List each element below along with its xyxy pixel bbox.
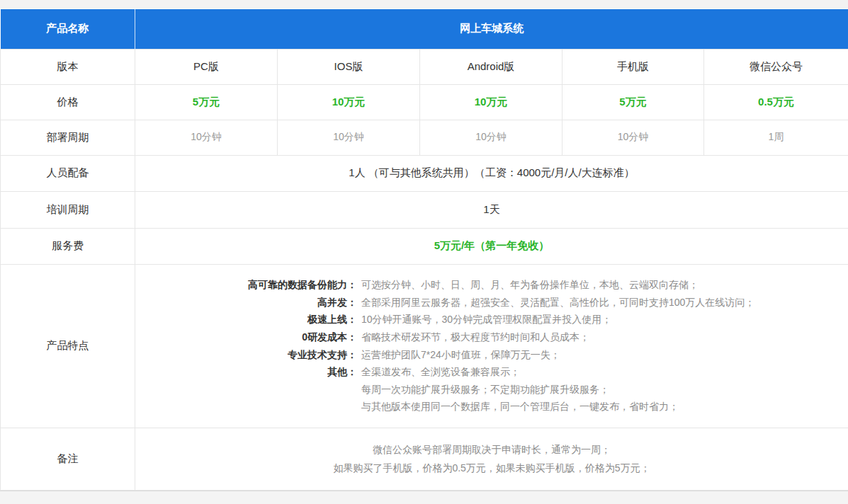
price-row: 价格 5万元 10万元 10万元 5万元 0.5万元 <box>1 84 848 120</box>
table-header-row: 产品名称 网上车城系统 <box>1 9 848 49</box>
feature-label: 其他： <box>142 363 357 381</box>
top-margin-strip <box>0 0 848 9</box>
feature-line: 极速上线： 10分钟开通账号，30分钟完成管理权限配置并投入使用； <box>142 311 841 328</box>
training-row-label: 培训周期 <box>1 191 135 228</box>
version-cell-ios: IOS版 <box>278 49 420 84</box>
notes-row-label: 备注 <box>1 428 135 490</box>
deploy-cell-mobile: 10分钟 <box>562 120 704 155</box>
staffing-row-label: 人员配备 <box>1 155 135 191</box>
feature-label <box>142 398 357 416</box>
feature-text: 省略技术研发环节，极大程度节约时间和人员成本； <box>357 328 841 346</box>
feature-line: 高并发： 全部采用阿里云服务器，超强安全、灵活配置、高性价比，可同时支持100万… <box>142 294 841 311</box>
feature-text: 全渠道发布、全浏览设备兼容展示； <box>357 363 841 381</box>
bottom-margin-strip <box>0 491 848 504</box>
price-cell-pc: 5万元 <box>135 84 278 120</box>
deploy-cell-pc: 10分钟 <box>135 120 278 155</box>
product-pricing-table: 产品名称 网上车城系统 版本 PC版 IOS版 Android版 手机版 微信公… <box>0 9 848 491</box>
notes-row: 备注 微信公众账号部署周期取决于申请时长，通常为一周； 如果购买了手机版，价格为… <box>1 428 848 490</box>
feature-text: 全部采用阿里云服务器，超强安全、灵活配置、高性价比，可同时支持100万人在线访问… <box>357 294 841 311</box>
feature-label: 0研发成本： <box>142 328 357 346</box>
version-row-label: 版本 <box>1 49 135 84</box>
price-cell-android: 10万元 <box>420 84 562 120</box>
feature-line: 高可靠的数据备份能力： 可选按分钟、小时、日、周、月、年为备份操作单位，本地、云… <box>142 276 841 294</box>
feature-text: 与其他版本使用同一个数据库，同一个管理后台，一键发布，省时省力； <box>357 398 841 416</box>
feature-label: 极速上线： <box>142 311 357 328</box>
product-name-header-label: 产品名称 <box>1 9 135 49</box>
service-fee-row: 服务费 5万元/年（第一年免收） <box>1 228 848 264</box>
feature-label: 专业技术支持： <box>142 346 357 364</box>
price-row-label: 价格 <box>1 84 135 120</box>
features-content-cell: 高可靠的数据备份能力： 可选按分钟、小时、日、周、月、年为备份操作单位，本地、云… <box>135 264 848 428</box>
features-list: 高可靠的数据备份能力： 可选按分钟、小时、日、周、月、年为备份操作单位，本地、云… <box>142 276 841 416</box>
feature-text: 每周一次功能扩展升级服务；不定期功能扩展升级服务； <box>357 381 841 399</box>
version-cell-android: Android版 <box>420 49 562 84</box>
feature-label: 高并发： <box>142 294 357 311</box>
training-value: 1天 <box>135 191 848 228</box>
pricing-page: 产品名称 网上车城系统 版本 PC版 IOS版 Android版 手机版 微信公… <box>0 0 848 504</box>
training-cycle-row: 培训周期 1天 <box>1 191 848 228</box>
feature-line: 每周一次功能扩展升级服务；不定期功能扩展升级服务； <box>142 381 841 399</box>
feature-line: 专业技术支持： 运营维护团队7*24小时值班，保障万无一失； <box>142 346 841 364</box>
version-cell-wechat: 微信公众号 <box>704 49 848 84</box>
feature-text: 10分钟开通账号，30分钟完成管理权限配置并投入使用； <box>357 311 841 328</box>
feature-label: 高可靠的数据备份能力： <box>142 276 357 294</box>
feature-line: 0研发成本： 省略技术研发环节，极大程度节约时间和人员成本； <box>142 328 841 346</box>
service-fee-row-label: 服务费 <box>1 228 135 264</box>
version-cell-pc: PC版 <box>135 49 278 84</box>
note-line: 微信公众账号部署周期取决于申请时长，通常为一周； <box>135 440 848 459</box>
staffing-value: 1人 （可与其他系统共用）（工资：4000元/月/人/大连标准） <box>135 155 848 191</box>
deploy-cell-wechat: 1周 <box>704 120 848 155</box>
version-row: 版本 PC版 IOS版 Android版 手机版 微信公众号 <box>1 49 848 84</box>
version-cell-mobile: 手机版 <box>562 49 704 84</box>
feature-line: 其他： 全渠道发布、全浏览设备兼容展示； <box>142 363 841 381</box>
price-cell-ios: 10万元 <box>278 84 420 120</box>
deploy-cell-android: 10分钟 <box>420 120 562 155</box>
price-cell-wechat: 0.5万元 <box>704 84 848 120</box>
feature-text: 运营维护团队7*24小时值班，保障万无一失； <box>357 346 841 364</box>
feature-label <box>142 381 357 399</box>
note-line: 如果购买了手机版，价格为0.5万元，如果未购买手机版，价格为5万元； <box>135 459 848 477</box>
price-cell-mobile: 5万元 <box>562 84 704 120</box>
features-row-label: 产品特点 <box>1 264 135 428</box>
notes-content-cell: 微信公众账号部署周期取决于申请时长，通常为一周； 如果购买了手机版，价格为0.5… <box>135 428 848 490</box>
staffing-row: 人员配备 1人 （可与其他系统共用）（工资：4000元/月/人/大连标准） <box>1 155 848 191</box>
product-name-value: 网上车城系统 <box>135 9 848 49</box>
deploy-cell-ios: 10分钟 <box>278 120 420 155</box>
product-features-row: 产品特点 高可靠的数据备份能力： 可选按分钟、小时、日、周、月、年为备份操作单位… <box>1 264 848 428</box>
feature-line: 与其他版本使用同一个数据库，同一个管理后台，一键发布，省时省力； <box>142 398 841 416</box>
feature-text: 可选按分钟、小时、日、周、月、年为备份操作单位，本地、云端双向存储； <box>357 276 841 294</box>
deploy-row-label: 部署周期 <box>1 120 135 155</box>
service-fee-value: 5万元/年（第一年免收） <box>135 228 848 264</box>
deploy-cycle-row: 部署周期 10分钟 10分钟 10分钟 10分钟 1周 <box>1 120 848 155</box>
